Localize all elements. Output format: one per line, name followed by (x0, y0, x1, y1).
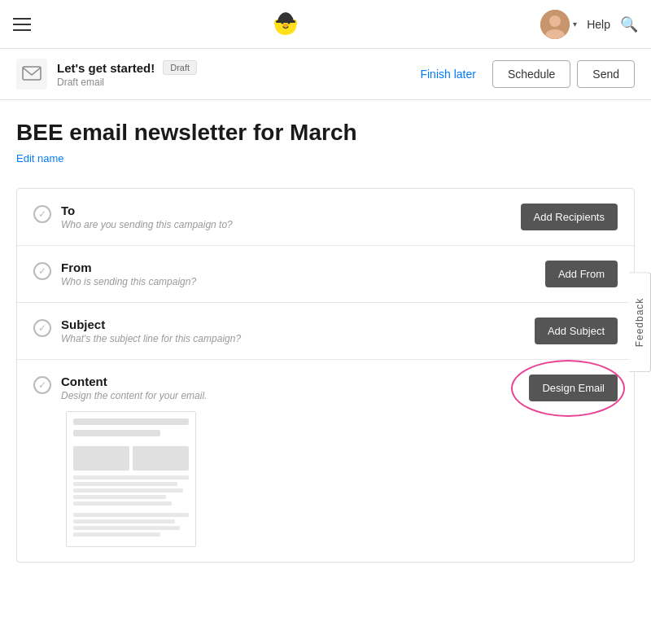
add-recipients-button[interactable]: Add Recipients (521, 204, 618, 230)
section-from: ✓ From Who is sending this campaign? Add… (17, 246, 634, 303)
help-link[interactable]: Help (587, 18, 610, 31)
content-label: Content (61, 375, 207, 388)
svg-rect-8 (276, 20, 295, 23)
feedback-tab[interactable]: Feedback (629, 272, 651, 372)
logo (266, 5, 305, 44)
add-from-button[interactable]: Add From (545, 261, 618, 287)
user-avatar-wrap[interactable]: ▾ (540, 10, 577, 39)
preview-bar-1 (73, 418, 189, 425)
add-subject-button[interactable]: Add Subject (535, 318, 618, 344)
page-title-area: BEE email newsletter for March Edit name (0, 100, 651, 172)
page-title: BEE email newsletter for March (16, 120, 635, 146)
subject-desc: What's the subject line for this campaig… (61, 333, 241, 344)
preview-lines-1 (73, 475, 189, 506)
design-email-wrapper: Design Email (529, 375, 618, 401)
from-desc: Who is sending this campaign? (61, 276, 196, 287)
from-check-icon: ✓ (33, 262, 51, 280)
draft-subtitle: Draft email (57, 77, 197, 88)
to-desc: Who are you sending this campaign to? (61, 219, 233, 230)
svg-point-10 (549, 15, 561, 27)
content-desc: Design the content for your email. (61, 390, 207, 401)
edit-name-link[interactable]: Edit name (16, 152, 64, 164)
to-label: To (61, 204, 233, 217)
email-draft-icon (16, 59, 47, 90)
from-label: From (61, 261, 196, 274)
draft-badge: Draft (163, 60, 197, 75)
avatar-chevron-icon: ▾ (573, 20, 577, 28)
finish-later-button[interactable]: Finish later (410, 61, 485, 87)
schedule-button[interactable]: Schedule (492, 60, 570, 88)
email-preview-thumbnail (66, 411, 196, 547)
mailchimp-logo (266, 5, 305, 44)
subject-label: Subject (61, 318, 241, 331)
search-icon[interactable]: 🔍 (620, 15, 638, 33)
section-subject: ✓ Subject What's the subject line for th… (17, 303, 634, 360)
campaign-sections: ✓ To Who are you sending this campaign t… (16, 188, 635, 563)
svg-point-7 (283, 24, 288, 27)
section-content: ✓ Content Design the content for your em… (17, 360, 634, 562)
svg-rect-12 (23, 67, 41, 80)
preview-lines-2 (73, 513, 189, 537)
avatar (540, 10, 570, 39)
design-email-button[interactable]: Design Email (529, 375, 618, 401)
section-to: ✓ To Who are you sending this campaign t… (17, 189, 634, 246)
hamburger-menu-icon[interactable] (13, 18, 31, 31)
content-check-icon: ✓ (33, 376, 51, 394)
send-button[interactable]: Send (577, 60, 635, 88)
top-nav: ▾ Help 🔍 (0, 0, 651, 49)
nav-right: ▾ Help 🔍 (540, 10, 638, 39)
to-check-icon: ✓ (33, 205, 51, 223)
subject-check-icon: ✓ (33, 319, 51, 337)
sub-header-title: Let's get started! (57, 61, 155, 75)
preview-block-1 (73, 446, 189, 471)
preview-bar-2 (73, 430, 160, 436)
sub-header: Let's get started! Draft Draft email Fin… (0, 49, 651, 100)
